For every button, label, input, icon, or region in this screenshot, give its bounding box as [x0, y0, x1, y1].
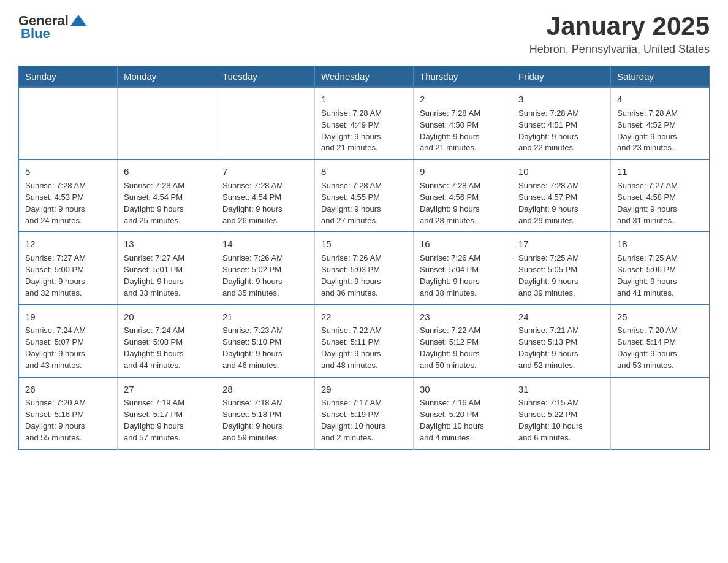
day-number: 8	[321, 165, 407, 178]
day-number: 19	[25, 310, 111, 324]
day-number: 23	[420, 310, 506, 324]
page-title: January 2025	[529, 12, 710, 40]
day-info: Sunrise: 7:27 AM Sunset: 5:01 PM Dayligh…	[124, 253, 184, 297]
day-number: 11	[617, 165, 703, 178]
week-row-1: 1Sunrise: 7:28 AM Sunset: 4:49 PM Daylig…	[19, 87, 710, 159]
calendar-cell: 22Sunrise: 7:22 AM Sunset: 5:11 PM Dayli…	[315, 305, 414, 377]
day-number: 5	[25, 165, 111, 178]
calendar-cell: 2Sunrise: 7:28 AM Sunset: 4:50 PM Daylig…	[414, 87, 512, 159]
day-info: Sunrise: 7:18 AM Sunset: 5:18 PM Dayligh…	[222, 398, 283, 442]
calendar-cell: 12Sunrise: 7:27 AM Sunset: 5:00 PM Dayli…	[19, 232, 118, 304]
calendar-cell	[216, 87, 315, 159]
day-info: Sunrise: 7:24 AM Sunset: 5:08 PM Dayligh…	[124, 326, 184, 370]
calendar-cell: 19Sunrise: 7:24 AM Sunset: 5:07 PM Dayli…	[19, 305, 118, 377]
week-row-2: 5Sunrise: 7:28 AM Sunset: 4:53 PM Daylig…	[19, 159, 710, 232]
day-number: 4	[617, 93, 703, 106]
day-info: Sunrise: 7:27 AM Sunset: 4:58 PM Dayligh…	[617, 181, 678, 225]
day-number: 6	[124, 165, 210, 178]
calendar-cell: 8Sunrise: 7:28 AM Sunset: 4:55 PM Daylig…	[315, 159, 414, 232]
svg-marker-0	[70, 15, 86, 26]
calendar-cell: 1Sunrise: 7:28 AM Sunset: 4:49 PM Daylig…	[315, 87, 414, 159]
calendar-cell: 14Sunrise: 7:26 AM Sunset: 5:02 PM Dayli…	[216, 232, 315, 304]
calendar-cell: 13Sunrise: 7:27 AM Sunset: 5:01 PM Dayli…	[118, 232, 216, 304]
day-info: Sunrise: 7:24 AM Sunset: 5:07 PM Dayligh…	[25, 326, 86, 370]
calendar-cell: 31Sunrise: 7:15 AM Sunset: 5:22 PM Dayli…	[512, 377, 611, 450]
day-number: 25	[617, 310, 703, 324]
day-info: Sunrise: 7:28 AM Sunset: 4:54 PM Dayligh…	[124, 181, 184, 225]
calendar-cell: 28Sunrise: 7:18 AM Sunset: 5:18 PM Dayli…	[216, 377, 315, 450]
column-header-friday: Friday	[512, 66, 611, 88]
column-header-sunday: Sunday	[19, 66, 118, 88]
day-info: Sunrise: 7:25 AM Sunset: 5:05 PM Dayligh…	[518, 253, 579, 297]
calendar-cell: 5Sunrise: 7:28 AM Sunset: 4:53 PM Daylig…	[19, 159, 118, 232]
day-number: 29	[321, 383, 407, 396]
day-number: 28	[222, 383, 308, 396]
day-info: Sunrise: 7:28 AM Sunset: 4:50 PM Dayligh…	[420, 109, 480, 153]
calendar-cell: 3Sunrise: 7:28 AM Sunset: 4:51 PM Daylig…	[512, 87, 611, 159]
calendar-cell: 11Sunrise: 7:27 AM Sunset: 4:58 PM Dayli…	[611, 159, 710, 232]
day-number: 17	[518, 237, 604, 251]
calendar-cell: 10Sunrise: 7:28 AM Sunset: 4:57 PM Dayli…	[512, 159, 611, 232]
calendar-cell: 29Sunrise: 7:17 AM Sunset: 5:19 PM Dayli…	[315, 377, 414, 450]
page-header: General Blue January 2025 Hebron, Pennsy…	[18, 12, 710, 56]
logo-icon	[69, 12, 88, 29]
calendar-header: SundayMondayTuesdayWednesdayThursdayFrid…	[19, 66, 710, 88]
day-info: Sunrise: 7:25 AM Sunset: 5:06 PM Dayligh…	[617, 253, 678, 297]
day-number: 31	[518, 383, 604, 396]
day-number: 20	[124, 310, 210, 324]
day-number: 14	[222, 237, 308, 251]
logo-blue-text: Blue	[21, 26, 50, 42]
day-info: Sunrise: 7:20 AM Sunset: 5:16 PM Dayligh…	[25, 398, 86, 442]
calendar-cell: 4Sunrise: 7:28 AM Sunset: 4:52 PM Daylig…	[611, 87, 710, 159]
calendar-cell: 20Sunrise: 7:24 AM Sunset: 5:08 PM Dayli…	[118, 305, 216, 377]
calendar-cell: 7Sunrise: 7:28 AM Sunset: 4:54 PM Daylig…	[216, 159, 315, 232]
day-info: Sunrise: 7:26 AM Sunset: 5:02 PM Dayligh…	[222, 253, 283, 297]
calendar-cell: 9Sunrise: 7:28 AM Sunset: 4:56 PM Daylig…	[414, 159, 512, 232]
day-number: 10	[518, 165, 604, 178]
day-info: Sunrise: 7:27 AM Sunset: 5:00 PM Dayligh…	[25, 253, 86, 297]
day-info: Sunrise: 7:22 AM Sunset: 5:11 PM Dayligh…	[321, 326, 382, 370]
day-number: 9	[420, 165, 506, 178]
day-number: 12	[25, 237, 111, 251]
day-number: 2	[420, 93, 506, 106]
day-info: Sunrise: 7:15 AM Sunset: 5:22 PM Dayligh…	[518, 398, 583, 442]
header-row: SundayMondayTuesdayWednesdayThursdayFrid…	[19, 66, 710, 88]
calendar-cell: 18Sunrise: 7:25 AM Sunset: 5:06 PM Dayli…	[611, 232, 710, 304]
calendar-cell: 26Sunrise: 7:20 AM Sunset: 5:16 PM Dayli…	[19, 377, 118, 450]
column-header-wednesday: Wednesday	[315, 66, 414, 88]
week-row-4: 19Sunrise: 7:24 AM Sunset: 5:07 PM Dayli…	[19, 305, 710, 377]
column-header-monday: Monday	[118, 66, 216, 88]
title-section: January 2025 Hebron, Pennsylvania, Unite…	[529, 12, 710, 56]
day-info: Sunrise: 7:28 AM Sunset: 4:57 PM Dayligh…	[518, 181, 579, 225]
day-info: Sunrise: 7:17 AM Sunset: 5:19 PM Dayligh…	[321, 398, 385, 442]
calendar-cell: 25Sunrise: 7:20 AM Sunset: 5:14 PM Dayli…	[611, 305, 710, 377]
day-number: 13	[124, 237, 210, 251]
day-info: Sunrise: 7:26 AM Sunset: 5:03 PM Dayligh…	[321, 253, 382, 297]
day-info: Sunrise: 7:28 AM Sunset: 4:56 PM Dayligh…	[420, 181, 480, 225]
logo: General Blue	[18, 12, 88, 42]
day-number: 27	[124, 383, 210, 396]
day-number: 1	[321, 93, 407, 106]
column-header-thursday: Thursday	[414, 66, 512, 88]
day-info: Sunrise: 7:26 AM Sunset: 5:04 PM Dayligh…	[420, 253, 480, 297]
calendar-cell: 17Sunrise: 7:25 AM Sunset: 5:05 PM Dayli…	[512, 232, 611, 304]
calendar-cell	[118, 87, 216, 159]
week-row-3: 12Sunrise: 7:27 AM Sunset: 5:00 PM Dayli…	[19, 232, 710, 304]
week-row-5: 26Sunrise: 7:20 AM Sunset: 5:16 PM Dayli…	[19, 377, 710, 450]
page-subtitle: Hebron, Pennsylvania, United States	[529, 43, 710, 56]
calendar-body: 1Sunrise: 7:28 AM Sunset: 4:49 PM Daylig…	[19, 87, 710, 449]
calendar-cell	[19, 87, 118, 159]
day-number: 3	[518, 93, 604, 106]
day-info: Sunrise: 7:20 AM Sunset: 5:14 PM Dayligh…	[617, 326, 678, 370]
day-info: Sunrise: 7:28 AM Sunset: 4:49 PM Dayligh…	[321, 109, 382, 153]
calendar-cell: 23Sunrise: 7:22 AM Sunset: 5:12 PM Dayli…	[414, 305, 512, 377]
day-number: 7	[222, 165, 308, 178]
column-header-tuesday: Tuesday	[216, 66, 315, 88]
day-number: 15	[321, 237, 407, 251]
day-info: Sunrise: 7:28 AM Sunset: 4:52 PM Dayligh…	[617, 109, 678, 153]
day-number: 30	[420, 383, 506, 396]
day-info: Sunrise: 7:23 AM Sunset: 5:10 PM Dayligh…	[222, 326, 283, 370]
day-info: Sunrise: 7:28 AM Sunset: 4:53 PM Dayligh…	[25, 181, 86, 225]
calendar-cell: 21Sunrise: 7:23 AM Sunset: 5:10 PM Dayli…	[216, 305, 315, 377]
calendar-cell: 15Sunrise: 7:26 AM Sunset: 5:03 PM Dayli…	[315, 232, 414, 304]
